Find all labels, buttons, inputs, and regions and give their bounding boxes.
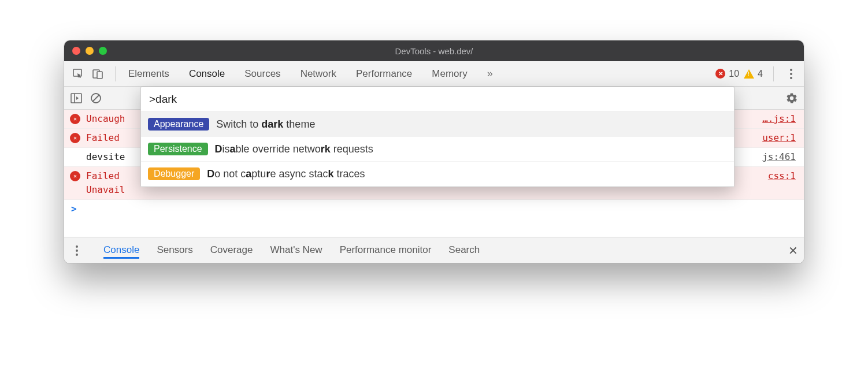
command-menu-list: Appearance Switch to dark theme Persiste… [141, 112, 734, 187]
tabs-overflow-icon[interactable]: » [487, 68, 491, 80]
prompt-caret-icon: > [71, 203, 77, 214]
svg-line-6 [92, 95, 99, 102]
divider [115, 66, 116, 81]
log-source[interactable]: ….js:1 [762, 112, 796, 126]
tab-elements[interactable]: Elements [128, 68, 169, 80]
warning-icon [744, 69, 754, 79]
tab-memory[interactable]: Memory [432, 68, 467, 80]
error-icon [70, 133, 80, 143]
command-category-badge: Debugger [148, 167, 200, 180]
command-menu-query: >dark [149, 93, 177, 105]
console-prompt[interactable]: > [64, 200, 804, 218]
toggle-sidebar-icon[interactable] [70, 92, 83, 105]
drawer-tab-coverage[interactable]: Coverage [210, 244, 253, 257]
tab-console[interactable]: Console [189, 68, 225, 80]
main-tabs: Elements Console Sources Network Perform… [128, 68, 715, 80]
drawer-tab-perfmonitor[interactable]: Performance monitor [340, 244, 432, 257]
warning-count: 4 [758, 69, 763, 79]
command-menu: >dark Appearance Switch to dark theme Pe… [140, 87, 735, 187]
command-text: Disable override network requests [215, 143, 373, 155]
svg-rect-2 [97, 72, 102, 79]
log-source[interactable]: js:461 [762, 150, 796, 164]
error-count-badge[interactable]: 10 [715, 69, 739, 79]
drawer-tab-console[interactable]: Console [103, 243, 139, 259]
command-category-badge: Persistence [148, 143, 208, 155]
error-count: 10 [729, 69, 739, 79]
spacer-icon [70, 152, 80, 162]
main-menu-button[interactable] [784, 66, 798, 81]
drawer-close-button[interactable]: ✕ [788, 244, 798, 258]
tab-network[interactable]: Network [301, 68, 336, 80]
window-title: DevTools - web.dev/ [64, 46, 804, 56]
command-menu-item[interactable]: Appearance Switch to dark theme [141, 112, 734, 137]
log-source[interactable]: user:1 [762, 131, 796, 145]
error-icon [70, 114, 80, 124]
error-icon [715, 69, 725, 79]
command-category-badge: Appearance [148, 118, 209, 131]
warning-count-badge[interactable]: 4 [744, 69, 763, 79]
command-text: Switch to dark theme [216, 118, 315, 131]
tab-sources[interactable]: Sources [244, 68, 280, 80]
drawer-tab-search[interactable]: Search [448, 244, 480, 257]
command-menu-item[interactable]: Debugger Do not capture async stack trac… [141, 162, 734, 187]
console-settings-icon[interactable] [785, 92, 798, 105]
tabstrip-right: 10 4 [715, 66, 798, 81]
clear-console-icon[interactable] [90, 92, 102, 105]
command-text: Do not capture async stack traces [207, 168, 365, 180]
tab-performance[interactable]: Performance [356, 68, 412, 80]
drawer-tab-whatsnew[interactable]: What's New [270, 244, 322, 257]
device-toolbar-icon[interactable] [90, 66, 106, 82]
divider [773, 66, 774, 81]
devtools-window: DevTools - web.dev/ Elements Console Sou… [64, 40, 804, 263]
drawer-tab-sensors[interactable]: Sensors [157, 244, 192, 257]
main-tabstrip: Elements Console Sources Network Perform… [64, 61, 804, 87]
command-menu-input[interactable]: >dark [141, 87, 734, 112]
command-menu-item[interactable]: Persistence Disable override network req… [141, 137, 734, 162]
drawer-tabstrip: Console Sensors Coverage What's New Perf… [64, 237, 804, 263]
log-source[interactable]: css:1 [768, 169, 796, 183]
inspect-element-icon[interactable] [70, 66, 86, 82]
drawer-menu-button[interactable] [70, 243, 84, 258]
error-icon [70, 171, 80, 181]
titlebar: DevTools - web.dev/ [64, 40, 804, 61]
